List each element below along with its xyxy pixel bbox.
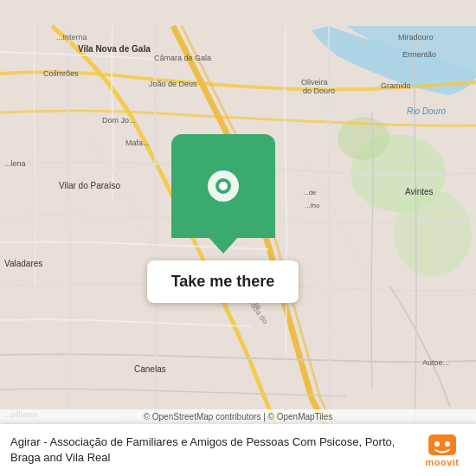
svg-point-30: [219, 182, 228, 190]
moovit-label-text: moovit: [425, 457, 459, 467]
svg-text:Rio Douro: Rio Douro: [407, 106, 446, 116]
svg-text:...Interna: ...Interna: [56, 33, 87, 42]
svg-text:Coilmrões: Coilmrões: [43, 69, 79, 78]
info-bar: Agirar - Associação de Familiares e Amig…: [0, 424, 476, 476]
svg-text:Avintes: Avintes: [405, 187, 434, 196]
svg-text:Valadares: Valadares: [4, 259, 42, 268]
svg-text:Miradouro: Miradouro: [398, 33, 434, 42]
svg-text:Canelas: Canelas: [134, 364, 166, 374]
svg-text:Vila Nova de Gala: Vila Nova de Gala: [78, 44, 151, 54]
svg-text:Câmara de Gala: Câmara de Gala: [154, 54, 211, 62]
svg-text:João de Deus: João de Deus: [149, 80, 197, 88]
location-pin-container: [171, 134, 275, 238]
location-pin-icon: [204, 167, 242, 205]
svg-text:Ermentão: Ermentão: [402, 50, 436, 59]
svg-text:do Douro: do Douro: [303, 87, 335, 95]
place-description: Agirar - Associação de Familiares e Amig…: [10, 434, 410, 466]
svg-text:Oliveira: Oliveira: [301, 78, 328, 87]
svg-point-33: [445, 441, 450, 447]
map-container: ...Interna Vila Nova de Gala Coilmrões C…: [0, 0, 476, 476]
moovit-icon-graphic: [427, 433, 458, 457]
svg-text:Vilar do Paraíso: Vilar do Paraíso: [59, 181, 120, 190]
svg-text:Autoe...: Autoe...: [422, 358, 449, 367]
take-me-there-button[interactable]: Take me there: [147, 261, 299, 303]
moovit-logo: moovit: [419, 433, 466, 467]
map-attribution: © OpenStreetMap contributors | © OpenMap…: [0, 409, 476, 424]
button-overlay: Take me there: [121, 134, 325, 303]
svg-text:...lena: ...lena: [4, 159, 26, 168]
attribution-text: © OpenStreetMap contributors | © OpenMap…: [144, 412, 333, 421]
svg-point-32: [434, 441, 440, 447]
svg-point-2: [394, 190, 472, 277]
svg-text:Gramido: Gramido: [381, 81, 411, 90]
svg-text:Dom Jo...: Dom Jo...: [102, 116, 136, 125]
